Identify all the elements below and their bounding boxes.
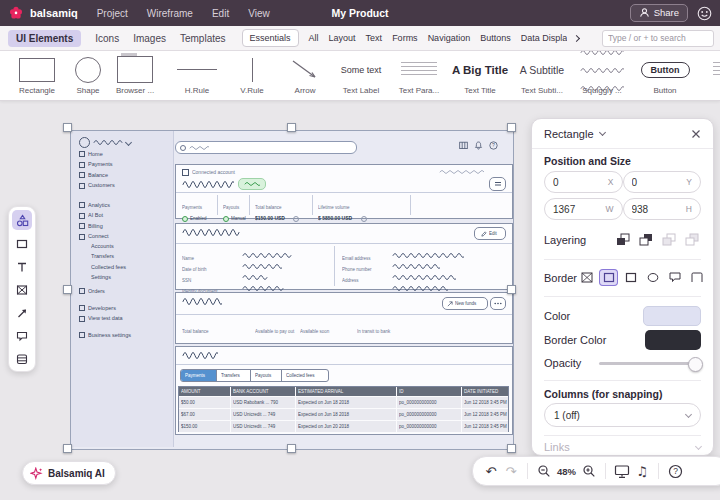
palette-item-text-title[interactable]: A Big Title Text Title bbox=[446, 53, 514, 95]
menu-view[interactable]: View bbox=[248, 8, 270, 19]
wireframe-activity-card[interactable]: Payments Transfers Payouts Collected fee… bbox=[175, 346, 513, 435]
columns-select[interactable]: 1 (off) bbox=[544, 403, 701, 427]
project-title[interactable]: My Product bbox=[331, 7, 388, 19]
library-bar: UI Elements Icons Images Templates Essen… bbox=[0, 26, 720, 51]
opacity-slider[interactable] bbox=[599, 362, 701, 365]
wf-tab-collected-fees: Collected fees bbox=[281, 370, 328, 381]
palette-item-text-paragraph[interactable]: Text Para... bbox=[389, 53, 449, 95]
bring-forward-button[interactable] bbox=[613, 231, 632, 248]
person-icon bbox=[639, 7, 650, 18]
account-avatar-icon[interactable] bbox=[697, 6, 712, 21]
links-section-toggle[interactable]: Links bbox=[544, 441, 701, 453]
menu-wireframe[interactable]: Wireframe bbox=[147, 8, 193, 19]
selection-handle-n[interactable] bbox=[287, 123, 296, 132]
palette-item-hrule[interactable]: H.Rule bbox=[167, 53, 227, 95]
border-color-swatch[interactable] bbox=[645, 330, 701, 350]
close-inspector-icon[interactable] bbox=[691, 129, 701, 139]
categories-scroll-right-button[interactable] bbox=[571, 33, 582, 44]
text-tool-button[interactable] bbox=[12, 258, 32, 276]
selection-handle-w[interactable] bbox=[63, 285, 72, 294]
category-layout[interactable]: Layout bbox=[329, 33, 356, 43]
palette-item-arrow[interactable]: Arrow bbox=[275, 53, 335, 95]
palette-item-text-subtitle[interactable]: A Subtitle Text Subti... bbox=[510, 53, 574, 95]
top-menu-bar: balsamiq Project Wireframe Edit View My … bbox=[0, 0, 720, 26]
present-button[interactable] bbox=[612, 461, 632, 481]
palette-item-clipped[interactable] bbox=[712, 53, 720, 86]
tab-ui-elements[interactable]: UI Elements bbox=[8, 30, 81, 47]
rectangle-icon bbox=[16, 238, 28, 250]
wireframe-canvas-widget[interactable]: Home Payments Balance Customers Analytic… bbox=[70, 130, 514, 450]
library-search-input[interactable] bbox=[602, 30, 714, 47]
wireframe-sidebar[interactable]: Home Payments Balance Customers Analytic… bbox=[71, 131, 174, 447]
zoom-out-button[interactable] bbox=[534, 461, 554, 481]
comment-icon bbox=[16, 330, 28, 342]
help-icon: ? bbox=[668, 464, 683, 479]
category-essentials[interactable]: Essentials bbox=[242, 29, 299, 47]
height-field[interactable]: H bbox=[623, 198, 702, 220]
palette-item-button[interactable]: Button Button bbox=[634, 53, 696, 95]
tab-icons[interactable]: Icons bbox=[95, 33, 119, 44]
fill-color-swatch[interactable] bbox=[643, 306, 701, 326]
comment-tool-button[interactable] bbox=[12, 327, 32, 345]
border-style-square-button[interactable] bbox=[621, 269, 640, 286]
wf-bell-icon bbox=[474, 141, 483, 150]
selection-handle-nw[interactable] bbox=[63, 123, 72, 132]
tab-templates[interactable]: Templates bbox=[180, 33, 226, 44]
selection-handle-se[interactable] bbox=[507, 444, 516, 453]
wf-edit-button: Edit bbox=[474, 227, 506, 240]
border-style-circle-button[interactable] bbox=[643, 269, 662, 286]
opacity-slider-knob[interactable] bbox=[688, 357, 703, 372]
palette-item-vrule[interactable]: V.Rule bbox=[222, 53, 282, 95]
zoom-in-button[interactable] bbox=[579, 461, 599, 481]
category-navigation[interactable]: Navigation bbox=[428, 33, 471, 43]
arrow-tool-button[interactable] bbox=[12, 304, 32, 322]
selection-handle-sw[interactable] bbox=[63, 444, 72, 453]
share-button[interactable]: Share bbox=[630, 4, 688, 22]
category-all[interactable]: All bbox=[309, 33, 319, 43]
table-row: $50.00 USD Rabobank ... 790 Expected on … bbox=[179, 397, 508, 409]
border-style-bubble-button[interactable] bbox=[665, 269, 684, 286]
selection-handle-s[interactable] bbox=[287, 444, 296, 453]
brand-name: balsamiq bbox=[30, 7, 78, 19]
data-grid-tool-button[interactable] bbox=[12, 350, 32, 368]
menu-project[interactable]: Project bbox=[97, 8, 128, 19]
selection-handle-ne[interactable] bbox=[507, 123, 516, 132]
ui-library-tool-button[interactable] bbox=[12, 210, 32, 230]
wireframe-account-card[interactable]: Connected account Payments Enabled bbox=[175, 164, 513, 219]
selected-control-dropdown[interactable]: Rectangle bbox=[544, 128, 605, 140]
border-style-none-button[interactable] bbox=[577, 269, 596, 286]
width-field[interactable]: W bbox=[544, 198, 623, 220]
music-button[interactable]: ♫ bbox=[632, 461, 652, 481]
help-button[interactable]: ? bbox=[665, 461, 685, 481]
balsamiq-ai-button[interactable]: Balsamiq AI bbox=[22, 461, 116, 485]
vrule-thumbnail-icon bbox=[252, 58, 253, 82]
category-data-display[interactable]: Data Displa bbox=[521, 33, 568, 43]
image-tool-button[interactable] bbox=[12, 281, 32, 299]
zoom-level[interactable]: 48% bbox=[557, 466, 576, 477]
redo-button[interactable]: ↷ bbox=[501, 461, 521, 481]
border-style-container-button[interactable] bbox=[687, 269, 706, 286]
category-buttons[interactable]: Buttons bbox=[480, 33, 511, 43]
selection-handle-e[interactable] bbox=[507, 285, 516, 294]
border-style-rectangle-button[interactable] bbox=[599, 269, 618, 286]
wf-help-icon: ? bbox=[489, 141, 498, 150]
palette-item-squiggly[interactable]: Squiggly ... bbox=[572, 53, 632, 95]
rectangle-tool-button[interactable] bbox=[12, 235, 32, 253]
bring-to-front-button[interactable] bbox=[636, 231, 655, 248]
undo-button[interactable]: ↶ bbox=[481, 461, 501, 481]
send-backward-button[interactable] bbox=[659, 231, 678, 248]
menu-edit[interactable]: Edit bbox=[212, 8, 229, 19]
wireframe-search-field[interactable] bbox=[175, 141, 357, 154]
category-text[interactable]: Text bbox=[366, 33, 383, 43]
x-position-field[interactable]: X bbox=[544, 171, 623, 193]
category-forms[interactable]: Forms bbox=[392, 33, 418, 43]
border-color-label: Border Color bbox=[544, 334, 606, 346]
wireframe-balance-card[interactable]: New funds Total balance $300.00 Availabl… bbox=[175, 292, 513, 344]
send-to-back-button[interactable] bbox=[682, 231, 701, 248]
palette-item-text-label[interactable]: Some text Text Label bbox=[331, 53, 391, 95]
wireframe-details-card[interactable]: Edit Name Date of birth SSN Identity doc… bbox=[175, 223, 513, 290]
tab-images[interactable]: Images bbox=[133, 33, 166, 44]
shapes-icon bbox=[16, 214, 29, 227]
y-position-field[interactable]: Y bbox=[623, 171, 702, 193]
palette-item-browser[interactable]: Browser ... bbox=[105, 53, 165, 95]
